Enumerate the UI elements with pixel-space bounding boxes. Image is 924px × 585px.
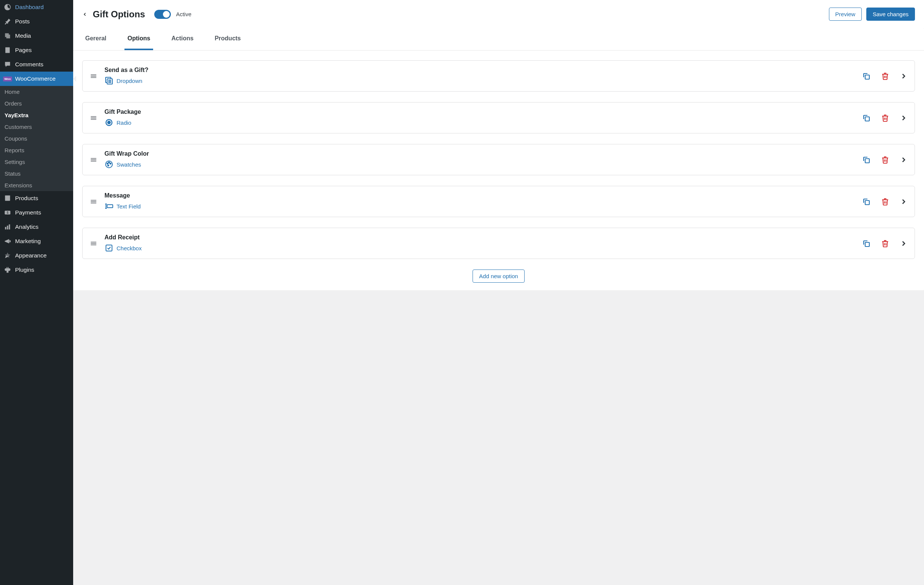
copy-icon[interactable] bbox=[862, 155, 871, 164]
svg-rect-1 bbox=[5, 196, 10, 201]
svg-rect-0 bbox=[5, 48, 10, 53]
admin-sidebar: DashboardPostsMediaPagesCommentsWooWooCo… bbox=[0, 0, 73, 585]
option-type[interactable]: Dropdown bbox=[104, 76, 862, 85]
sidebar-sub-item-orders[interactable]: Orders bbox=[0, 97, 73, 109]
sidebar-item-appearance[interactable]: Appearance bbox=[0, 249, 73, 263]
drag-handle-icon[interactable] bbox=[89, 198, 98, 206]
drag-handle-icon[interactable] bbox=[89, 114, 98, 122]
marketing-icon bbox=[4, 237, 11, 245]
trash-icon[interactable] bbox=[881, 239, 890, 248]
sidebar-sub-item-coupons[interactable]: Coupons bbox=[0, 133, 73, 144]
chevron-right-icon[interactable] bbox=[899, 198, 908, 206]
appearance-icon bbox=[4, 252, 11, 259]
option-title: Message bbox=[104, 192, 862, 199]
sidebar-item-label: Media bbox=[15, 33, 31, 39]
sidebar-sub-item-status[interactable]: Status bbox=[0, 168, 73, 180]
payments-icon: $ bbox=[4, 209, 11, 216]
plugins-icon bbox=[4, 266, 11, 274]
drag-handle-icon[interactable] bbox=[89, 156, 98, 164]
tab-options[interactable]: Options bbox=[124, 28, 153, 50]
comment-icon bbox=[4, 61, 11, 68]
drag-handle-icon[interactable] bbox=[89, 239, 98, 248]
sidebar-item-label: Dashboard bbox=[15, 4, 44, 11]
main-content: Gift Options Active Preview Save changes… bbox=[73, 0, 924, 585]
sidebar-item-woocommerce[interactable]: WooWooCommerce bbox=[0, 72, 73, 86]
option-content: Gift Wrap ColorSwatches bbox=[104, 150, 862, 169]
svg-rect-24 bbox=[865, 117, 869, 121]
option-type[interactable]: Swatches bbox=[104, 160, 862, 169]
sidebar-item-marketing[interactable]: Marketing bbox=[0, 234, 73, 249]
option-title: Gift Wrap Color bbox=[104, 150, 862, 157]
settings-panel: GereralOptionsActionsProducts Send as a … bbox=[73, 28, 924, 290]
sidebar-item-dashboard[interactable]: Dashboard bbox=[0, 0, 73, 14]
option-row: Gift Wrap ColorSwatches bbox=[82, 144, 915, 175]
svg-rect-52 bbox=[865, 242, 869, 247]
option-title: Gift Package bbox=[104, 109, 862, 115]
sidebar-item-label: Marketing bbox=[15, 238, 41, 245]
sidebar-item-analytics[interactable]: Analytics bbox=[0, 220, 73, 234]
dashboard-icon bbox=[4, 3, 11, 11]
option-actions bbox=[862, 114, 908, 122]
add-option-button[interactable]: Add new option bbox=[473, 270, 524, 283]
chevron-right-icon[interactable] bbox=[899, 72, 908, 80]
sidebar-sub-item-reports[interactable]: Reports bbox=[0, 144, 73, 156]
copy-icon[interactable] bbox=[862, 114, 871, 122]
trash-icon[interactable] bbox=[881, 72, 890, 81]
sidebar-item-media[interactable]: Media bbox=[0, 29, 73, 43]
svg-text:$: $ bbox=[7, 211, 9, 214]
svg-rect-35 bbox=[865, 159, 869, 163]
sidebar-item-pages[interactable]: Pages bbox=[0, 43, 73, 57]
copy-icon[interactable] bbox=[862, 197, 871, 206]
svg-rect-2 bbox=[5, 196, 10, 197]
sidebar-item-plugins[interactable]: Plugins bbox=[0, 263, 73, 277]
sidebar-sub-item-settings[interactable]: Settings bbox=[0, 156, 73, 168]
active-toggle[interactable] bbox=[154, 10, 171, 19]
option-type[interactable]: Radio bbox=[104, 118, 862, 127]
sidebar-sub-item-extensions[interactable]: Extensions bbox=[0, 180, 73, 191]
tab-actions[interactable]: Actions bbox=[168, 28, 196, 50]
option-actions bbox=[862, 155, 908, 164]
toggle-status-label: Active bbox=[176, 11, 191, 17]
option-row: Send as a Gift?Dropdown bbox=[82, 60, 915, 92]
trash-icon[interactable] bbox=[881, 114, 890, 122]
copy-icon[interactable] bbox=[862, 239, 871, 248]
option-row: MessageText Field bbox=[82, 186, 915, 217]
option-actions bbox=[862, 72, 908, 81]
sidebar-item-posts[interactable]: Posts bbox=[0, 14, 73, 29]
media-icon bbox=[4, 32, 11, 40]
page-header: Gift Options Active Preview Save changes bbox=[73, 0, 924, 28]
textfield-icon bbox=[104, 202, 114, 211]
preview-button[interactable]: Preview bbox=[829, 8, 862, 21]
chevron-right-icon[interactable] bbox=[899, 114, 908, 122]
sidebar-submenu: HomeOrdersYayExtraCustomersCouponsReport… bbox=[0, 86, 73, 191]
svg-rect-5 bbox=[5, 227, 6, 229]
option-type[interactable]: Checkbox bbox=[104, 244, 862, 252]
sidebar-item-label: Products bbox=[15, 195, 38, 202]
options-list: Send as a Gift?DropdownGift PackageRadio… bbox=[73, 51, 924, 290]
svg-point-23 bbox=[108, 121, 111, 124]
back-button[interactable] bbox=[82, 10, 87, 18]
trash-icon[interactable] bbox=[881, 197, 890, 206]
option-title: Add Receipt bbox=[104, 234, 862, 241]
sidebar-item-label: Payments bbox=[15, 209, 41, 216]
sidebar-sub-item-yayextra[interactable]: YayExtra bbox=[0, 109, 73, 121]
copy-icon[interactable] bbox=[862, 72, 871, 81]
save-button[interactable]: Save changes bbox=[866, 8, 915, 21]
tab-gereral[interactable]: Gereral bbox=[82, 28, 109, 50]
sidebar-sub-item-customers[interactable]: Customers bbox=[0, 121, 73, 133]
analytics-icon bbox=[4, 223, 11, 231]
sidebar-sub-item-home[interactable]: Home bbox=[0, 86, 73, 97]
sidebar-item-products[interactable]: Products bbox=[0, 191, 73, 206]
svg-rect-51 bbox=[106, 245, 112, 251]
sidebar-item-payments[interactable]: $Payments bbox=[0, 206, 73, 220]
trash-icon[interactable] bbox=[881, 155, 890, 164]
option-content: Gift PackageRadio bbox=[104, 109, 862, 127]
option-type[interactable]: Text Field bbox=[104, 202, 862, 211]
sidebar-item-label: Pages bbox=[15, 47, 32, 54]
sidebar-item-label: WooCommerce bbox=[15, 76, 55, 82]
sidebar-item-comments[interactable]: Comments bbox=[0, 57, 73, 72]
drag-handle-icon[interactable] bbox=[89, 72, 98, 80]
chevron-right-icon[interactable] bbox=[899, 239, 908, 248]
chevron-right-icon[interactable] bbox=[899, 156, 908, 164]
tab-products[interactable]: Products bbox=[211, 28, 244, 50]
